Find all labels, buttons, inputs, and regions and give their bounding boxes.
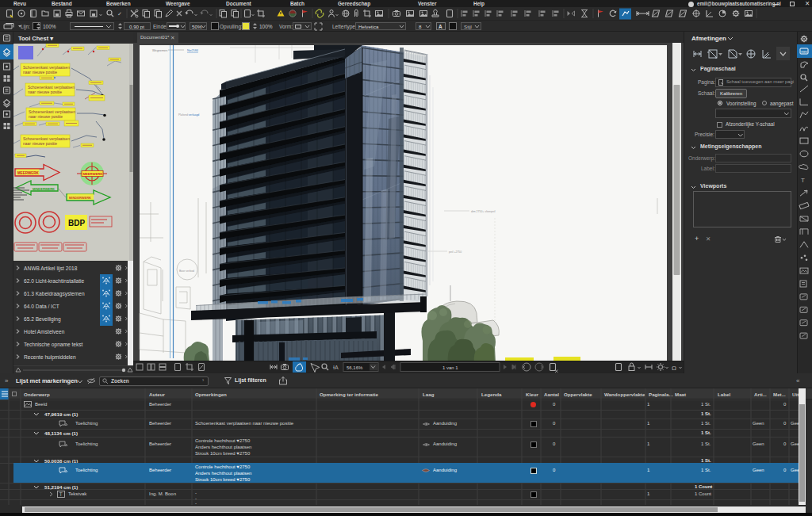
svg-text:Schoenenkast verplaatsen: Schoenenkast verplaatsen xyxy=(28,85,75,90)
svg-text:Schoenenkast verplaatsen: Schoenenkast verplaatsen xyxy=(23,136,70,141)
svg-text:Schoenenkast verplaatsen: Schoenenkast verplaatsen xyxy=(23,65,70,70)
svg-text:T: T xyxy=(59,491,63,497)
svg-text:naar nieuwe positie: naar nieuwe positie xyxy=(23,70,57,75)
svg-text:Schoenenkast verplaatsen: Schoenenkast verplaatsen xyxy=(29,109,75,114)
svg-text:ANWB Artikel lijst 2018: ANWB Artikel lijst 2018 xyxy=(24,266,78,272)
svg-text:Nw2584: Nw2584 xyxy=(187,49,198,52)
svg-text:✓: ✓ xyxy=(117,11,122,17)
svg-text:MEERWERK: MEERWERK xyxy=(83,172,103,176)
svg-text:Boor verbod: Boor verbod xyxy=(179,269,194,273)
svg-text:MINDERWERK: MINDERWERK xyxy=(69,196,91,200)
svg-text:61.3 Kabeldraagsystemen: 61.3 Kabeldraagsystemen xyxy=(24,291,85,297)
svg-text:65.2 Beveiliging: 65.2 Beveiliging xyxy=(24,316,61,323)
svg-text:Recente hulpmiddelen: Recente hulpmiddelen xyxy=(24,354,76,361)
svg-text:dim 2750+ vloerpeil: dim 2750+ vloerpeil xyxy=(471,210,496,213)
svg-text:MEERWERK: MEERWERK xyxy=(17,171,39,175)
svg-text:naar nieuwe positie: naar nieuwe positie xyxy=(23,141,57,146)
svg-text:Plafond verlaagd: Plafond verlaagd xyxy=(178,113,199,117)
svg-text:1 van 1: 1 van 1 xyxy=(442,365,458,370)
svg-text:64.0 Data / ICT: 64.0 Data / ICT xyxy=(24,304,59,309)
svg-text:T: T xyxy=(801,177,805,184)
svg-text:Technische opname tekst: Technische opname tekst xyxy=(24,342,83,348)
svg-text:naar nieuwe positie: naar nieuwe positie xyxy=(28,90,62,94)
svg-text:Ω: Ω xyxy=(672,365,676,372)
svg-text:naar nieuwe positie: naar nieuwe positie xyxy=(29,114,63,119)
svg-text:Hotel Amstelveen: Hotel Amstelveen xyxy=(24,329,65,334)
svg-text:peil +2750: peil +2750 xyxy=(449,250,462,254)
svg-text:mm: mm xyxy=(801,50,807,54)
svg-text:MINDERWERK: MINDERWERK xyxy=(33,187,55,191)
svg-text:56,16%: 56,16% xyxy=(347,365,363,370)
svg-text:ƗA: ƗA xyxy=(333,365,339,370)
svg-text:Wegnemen: Wegnemen xyxy=(152,49,167,52)
svg-text:BDP: BDP xyxy=(68,219,85,227)
svg-text:62.0 Licht-krachtinstallatie: 62.0 Licht-krachtinstallatie xyxy=(24,278,85,284)
